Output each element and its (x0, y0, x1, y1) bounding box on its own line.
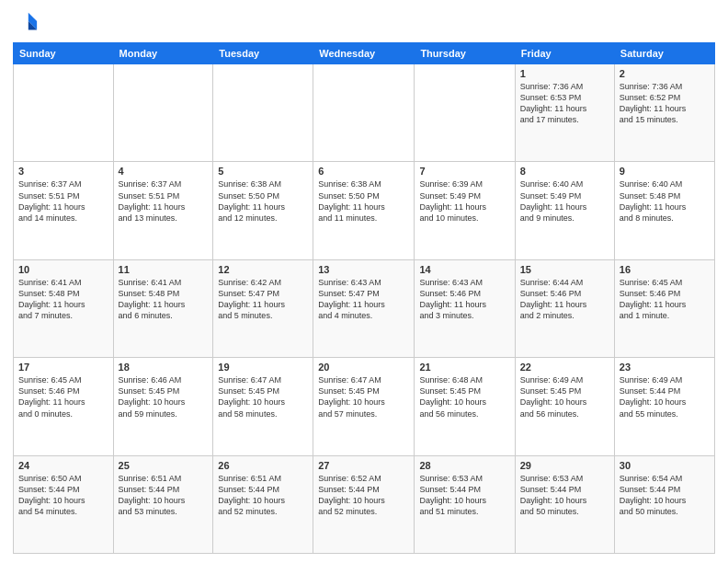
day-info: Sunrise: 6:38 AM Sunset: 5:50 PM Dayligh… (318, 178, 409, 224)
header (13, 9, 715, 35)
calendar-cell: 11Sunrise: 6:41 AM Sunset: 5:48 PM Dayli… (113, 259, 213, 357)
day-number: 18 (119, 362, 209, 373)
day-number: 1 (520, 68, 609, 79)
day-info: Sunrise: 6:41 AM Sunset: 5:48 PM Dayligh… (18, 277, 108, 322)
calendar-cell (113, 64, 213, 162)
calendar-cell: 23Sunrise: 6:49 AM Sunset: 5:44 PM Dayli… (614, 358, 714, 455)
day-number: 28 (419, 460, 509, 471)
calendar-cell: 10Sunrise: 6:41 AM Sunset: 5:48 PM Dayli… (14, 259, 114, 357)
day-info: Sunrise: 6:48 AM Sunset: 5:45 PM Dayligh… (419, 374, 509, 419)
day-info: Sunrise: 6:53 AM Sunset: 5:44 PM Dayligh… (419, 473, 509, 518)
day-info: Sunrise: 6:38 AM Sunset: 5:50 PM Dayligh… (218, 178, 308, 224)
calendar-cell: 21Sunrise: 6:48 AM Sunset: 5:45 PM Dayli… (415, 358, 515, 455)
day-number: 30 (620, 460, 710, 471)
calendar-cell: 8Sunrise: 6:40 AM Sunset: 5:49 PM Daylig… (515, 162, 614, 259)
day-number: 22 (520, 362, 609, 373)
day-number: 26 (218, 460, 308, 471)
day-number: 8 (520, 166, 609, 177)
day-info: Sunrise: 6:39 AM Sunset: 5:49 PM Dayligh… (419, 178, 509, 224)
calendar-cell (213, 64, 313, 162)
logo-icon (13, 9, 39, 35)
day-number: 13 (318, 264, 409, 275)
day-number: 16 (620, 264, 710, 275)
calendar-cell: 30Sunrise: 6:54 AM Sunset: 5:44 PM Dayli… (614, 455, 714, 553)
week-row-2: 3Sunrise: 6:37 AM Sunset: 5:51 PM Daylig… (14, 162, 715, 259)
calendar-cell: 26Sunrise: 6:51 AM Sunset: 5:44 PM Dayli… (213, 455, 313, 553)
week-row-5: 24Sunrise: 6:50 AM Sunset: 5:44 PM Dayli… (14, 455, 715, 553)
weekday-header-thursday: Thursday (415, 43, 515, 64)
day-info: Sunrise: 6:43 AM Sunset: 5:46 PM Dayligh… (419, 277, 509, 322)
day-info: Sunrise: 6:37 AM Sunset: 5:51 PM Dayligh… (18, 178, 108, 224)
day-info: Sunrise: 6:37 AM Sunset: 5:51 PM Dayligh… (119, 178, 209, 224)
calendar-cell: 25Sunrise: 6:51 AM Sunset: 5:44 PM Dayli… (113, 455, 213, 553)
day-number: 24 (18, 460, 108, 471)
day-number: 14 (419, 264, 509, 275)
day-number: 25 (119, 460, 209, 471)
calendar-cell: 13Sunrise: 6:43 AM Sunset: 5:47 PM Dayli… (313, 259, 415, 357)
calendar-cell: 6Sunrise: 6:38 AM Sunset: 5:50 PM Daylig… (313, 162, 415, 259)
day-number: 15 (520, 264, 609, 275)
day-number: 4 (119, 166, 209, 177)
day-info: Sunrise: 6:45 AM Sunset: 5:46 PM Dayligh… (620, 277, 710, 322)
day-info: Sunrise: 7:36 AM Sunset: 6:52 PM Dayligh… (620, 81, 710, 126)
day-info: Sunrise: 6:43 AM Sunset: 5:47 PM Dayligh… (318, 277, 409, 322)
day-info: Sunrise: 6:49 AM Sunset: 5:45 PM Dayligh… (520, 374, 609, 419)
page: SundayMondayTuesdayWednesdayThursdayFrid… (0, 0, 728, 563)
weekday-header-monday: Monday (113, 43, 213, 64)
weekday-header-friday: Friday (515, 43, 614, 64)
day-number: 19 (218, 362, 308, 373)
logo (13, 9, 42, 35)
day-number: 6 (318, 166, 409, 177)
weekday-header-wednesday: Wednesday (313, 43, 415, 64)
calendar-cell: 12Sunrise: 6:42 AM Sunset: 5:47 PM Dayli… (213, 259, 313, 357)
week-row-1: 1Sunrise: 7:36 AM Sunset: 6:53 PM Daylig… (14, 64, 715, 162)
day-number: 12 (218, 264, 308, 275)
calendar-cell: 24Sunrise: 6:50 AM Sunset: 5:44 PM Dayli… (14, 455, 114, 553)
calendar-cell (14, 64, 114, 162)
calendar-cell: 4Sunrise: 6:37 AM Sunset: 5:51 PM Daylig… (113, 162, 213, 259)
calendar-cell: 16Sunrise: 6:45 AM Sunset: 5:46 PM Dayli… (614, 259, 714, 357)
day-info: Sunrise: 6:53 AM Sunset: 5:44 PM Dayligh… (520, 473, 609, 518)
day-number: 27 (318, 460, 409, 471)
day-number: 3 (18, 166, 108, 177)
weekday-header-saturday: Saturday (614, 43, 714, 64)
calendar-cell: 22Sunrise: 6:49 AM Sunset: 5:45 PM Dayli… (515, 358, 614, 455)
day-info: Sunrise: 6:46 AM Sunset: 5:45 PM Dayligh… (119, 374, 209, 419)
day-info: Sunrise: 6:44 AM Sunset: 5:46 PM Dayligh… (520, 277, 609, 322)
day-info: Sunrise: 6:50 AM Sunset: 5:44 PM Dayligh… (18, 473, 108, 518)
day-info: Sunrise: 6:40 AM Sunset: 5:48 PM Dayligh… (620, 178, 710, 224)
week-row-4: 17Sunrise: 6:45 AM Sunset: 5:46 PM Dayli… (14, 358, 715, 455)
day-info: Sunrise: 6:54 AM Sunset: 5:44 PM Dayligh… (620, 473, 710, 518)
weekday-header-sunday: Sunday (14, 43, 114, 64)
day-number: 17 (18, 362, 108, 373)
calendar-cell: 29Sunrise: 6:53 AM Sunset: 5:44 PM Dayli… (515, 455, 614, 553)
weekday-header-row: SundayMondayTuesdayWednesdayThursdayFrid… (14, 43, 715, 64)
calendar-table: SundayMondayTuesdayWednesdayThursdayFrid… (13, 42, 715, 554)
weekday-header-tuesday: Tuesday (213, 43, 313, 64)
day-info: Sunrise: 6:52 AM Sunset: 5:44 PM Dayligh… (318, 473, 409, 518)
calendar-cell: 7Sunrise: 6:39 AM Sunset: 5:49 PM Daylig… (415, 162, 515, 259)
calendar-cell: 15Sunrise: 6:44 AM Sunset: 5:46 PM Dayli… (515, 259, 614, 357)
calendar-cell: 1Sunrise: 7:36 AM Sunset: 6:53 PM Daylig… (515, 64, 614, 162)
calendar-cell (415, 64, 515, 162)
day-number: 10 (18, 264, 108, 275)
day-number: 23 (620, 362, 710, 373)
day-number: 21 (419, 362, 509, 373)
day-number: 2 (620, 68, 710, 79)
day-info: Sunrise: 6:51 AM Sunset: 5:44 PM Dayligh… (218, 473, 308, 518)
calendar-cell (313, 64, 415, 162)
calendar-cell: 19Sunrise: 6:47 AM Sunset: 5:45 PM Dayli… (213, 358, 313, 455)
day-number: 29 (520, 460, 609, 471)
day-number: 9 (620, 166, 710, 177)
calendar-cell: 27Sunrise: 6:52 AM Sunset: 5:44 PM Dayli… (313, 455, 415, 553)
day-number: 20 (318, 362, 409, 373)
calendar-cell: 18Sunrise: 6:46 AM Sunset: 5:45 PM Dayli… (113, 358, 213, 455)
calendar-cell: 28Sunrise: 6:53 AM Sunset: 5:44 PM Dayli… (415, 455, 515, 553)
day-info: Sunrise: 6:41 AM Sunset: 5:48 PM Dayligh… (119, 277, 209, 322)
day-info: Sunrise: 6:47 AM Sunset: 5:45 PM Dayligh… (318, 374, 409, 419)
day-info: Sunrise: 6:40 AM Sunset: 5:49 PM Dayligh… (520, 178, 609, 224)
day-info: Sunrise: 6:51 AM Sunset: 5:44 PM Dayligh… (119, 473, 209, 518)
day-number: 5 (218, 166, 308, 177)
calendar-cell: 17Sunrise: 6:45 AM Sunset: 5:46 PM Dayli… (14, 358, 114, 455)
day-info: Sunrise: 6:47 AM Sunset: 5:45 PM Dayligh… (218, 374, 308, 419)
